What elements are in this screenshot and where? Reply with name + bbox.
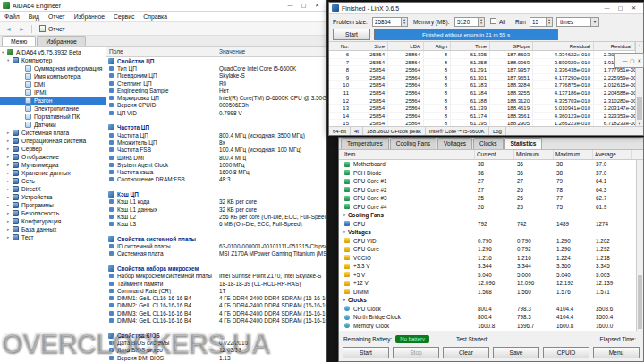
tree-item[interactable]: ▸Устройства	[0, 193, 106, 201]
grid-column-header[interactable]: Residual (norm.)	[594, 42, 635, 50]
tree-item[interactable]: ▸Отображение	[0, 153, 106, 161]
maximize-icon[interactable]: ▢	[630, 58, 634, 63]
grid-column-header[interactable]: Align	[424, 42, 451, 50]
times-dropdown[interactable]: times ▼	[556, 17, 599, 27]
stats-row[interactable]: CPU Core #325257762.7	[339, 194, 643, 203]
tree-item[interactable]: ▸Сеть	[0, 177, 106, 185]
list-row[interactable]: Дата BIOS видео12/03/13	[106, 347, 326, 354]
tree-item[interactable]: ▸Конфигурация	[0, 217, 106, 225]
spinner-arrows-icon[interactable]: ▲▼	[546, 18, 552, 26]
grid-column-header[interactable]: Time	[451, 42, 490, 50]
tab-favorites[interactable]: Избранное	[37, 36, 85, 46]
aida64-titlebar[interactable]: AIDA64 Engineer — ▢ ✕	[0, 0, 326, 12]
tree-item[interactable]: DMI	[0, 80, 106, 88]
linx-result-row[interactable]: 72585425864861.258188.09693.590929e-0101…	[329, 59, 643, 67]
list-row[interactable]: Дата BIOS системы07/22/2016	[106, 339, 326, 346]
list-row[interactable]: Частота FSB100.4 МГц (исходная: 100 МГц)	[106, 147, 326, 154]
list-row[interactable]: Кэш L36 МБ (On-Die, ECC, Full-Speed)	[106, 221, 326, 228]
list-row[interactable]: Соотношение DRAM:FSB48:3	[106, 176, 326, 183]
stats-row[interactable]: CPU79274214891274	[339, 220, 643, 229]
tree-item[interactable]: IPMI	[0, 88, 106, 97]
spinner-arrows-icon[interactable]: ▲▼	[478, 18, 484, 26]
stats-row[interactable]: North Bridge Clock800.4798.34104.43500.4	[339, 313, 643, 322]
minimize-icon[interactable]: —	[600, 3, 614, 14]
stats-row[interactable]: +5 V5.0405.0005.0405.003	[339, 271, 643, 280]
tree-item[interactable]: Имя компьютера	[0, 72, 106, 80]
tree-item[interactable]: ▸Программы	[0, 201, 106, 209]
memory-spinner[interactable]: 5120 ▲▼	[454, 17, 485, 27]
tree-item[interactable]: Суммарная информация	[0, 64, 106, 72]
column-header-item[interactable]: Item	[339, 150, 475, 159]
stats-row[interactable]: VCCIO1.2161.2161.2241.218	[339, 254, 643, 263]
linx-result-row[interactable]: 142585425864861.174188.35614.360123e-010…	[329, 113, 643, 121]
tab-clocks[interactable]: Clocks	[473, 138, 504, 149]
tree-item[interactable]: Портативный ПК	[0, 113, 106, 121]
close-icon[interactable]: ✕	[637, 58, 641, 63]
list-row[interactable]: Набор микросхем системной платыIntel Sun…	[106, 273, 326, 280]
tree-item[interactable]: Разгон	[0, 97, 106, 105]
linx-result-row[interactable]: 132585425864861.139188.46196.010941e-010…	[329, 105, 643, 113]
list-row[interactable]: Версия DMI BIOS1.13	[106, 354, 326, 361]
tree-item[interactable]: ▾AIDA64 v5.75.3932 Beta	[0, 48, 106, 56]
linx-result-row[interactable]: 62585425864861.335187.86034.334622e-0102…	[329, 51, 643, 59]
column-header-value[interactable]: Значение	[216, 47, 326, 56]
stats-group-row[interactable]: ▾Voltages	[339, 228, 643, 237]
column-header-current[interactable]: Current	[475, 150, 514, 159]
linx-result-row[interactable]: 102585425864861.183188.32843.776875e-010…	[329, 81, 643, 89]
list-row[interactable]: Версия CPUID000506E3h	[106, 102, 326, 109]
column-header-field[interactable]: Поле	[106, 47, 216, 56]
menu-item[interactable]: Сервис	[109, 12, 139, 22]
linx-titlebar[interactable]: Finished - LinX 0.6.5 — ▢ ✕	[329, 3, 643, 14]
list-row[interactable]: DIMM1: GeIL CL16-16-16 B44 ГБ DDR4-2400 …	[106, 295, 326, 302]
menu-item[interactable]: Файл	[0, 12, 24, 22]
menu-button[interactable]: Menu	[593, 347, 640, 358]
tree-item[interactable]: ▸Безопасность	[0, 209, 106, 217]
grid-column-header[interactable]: GFlops	[490, 42, 533, 50]
column-header-minimum[interactable]: Minimum	[514, 150, 554, 159]
list-row[interactable]: Кэш L1 данных32 КБ per core	[106, 206, 326, 213]
list-row[interactable]: Системная платаMSI Z170A MPower Gaming T…	[106, 250, 326, 257]
linx-start-button[interactable]: Start	[333, 29, 370, 40]
stats-row[interactable]: CPU VID0.7900.7901.2901.202	[339, 237, 643, 246]
list-row[interactable]: Маркировка ЦПIntel(R) Core(TM) i5-6600K …	[106, 94, 326, 101]
list-row[interactable]: DIMM2: GeIL CL16-16-16 B44 ГБ DDR4-2400 …	[106, 302, 326, 309]
list-row[interactable]: Тип ЦПQuadCore Intel Core i5-6600K	[106, 64, 326, 72]
stop-button[interactable]: Stop	[393, 347, 439, 358]
tree-item[interactable]: ▸Операционная система	[0, 137, 106, 145]
clear-button[interactable]: Clear	[443, 347, 489, 358]
tab-cooling-fans[interactable]: Cooling Fans	[390, 138, 436, 149]
report-button[interactable]: Отчет	[36, 24, 69, 33]
stats-row[interactable]: +12 V12.09612.09612.19212.139	[339, 279, 643, 288]
list-row[interactable]: Частота кэша1600.8 МГц	[106, 168, 326, 175]
grid-column-header[interactable]: Residual	[533, 42, 594, 50]
collapse-arrow-icon[interactable]: ▾	[341, 230, 348, 234]
stats-row[interactable]: CPU Core #227267864.3	[339, 186, 643, 195]
tab-voltages[interactable]: Voltages	[437, 138, 472, 149]
list-row[interactable]: Множитель ЦП8x	[106, 139, 326, 146]
collapse-arrow-icon[interactable]: ▾	[341, 213, 348, 217]
list-row[interactable]: Кэш L1 кода32 КБ per core	[106, 198, 326, 206]
grid-column-header[interactable]: No.	[329, 42, 352, 50]
list-row[interactable]: Command Rate (CR)1T	[106, 287, 326, 294]
tab-statistics[interactable]: Statistics	[504, 138, 543, 149]
menu-item[interactable]: Избранное	[70, 12, 109, 22]
back-icon[interactable]: ◄	[3, 26, 14, 32]
stats-row[interactable]: CPU Core1.2960.7921.2961.292	[339, 245, 643, 254]
linx-result-row[interactable]: 82585425864861.291187.99573.336438e-0101…	[329, 66, 643, 74]
minimize-icon[interactable]: —	[284, 0, 297, 12]
linx-result-row[interactable]: 92585425864861.301187.96514.177290e-0102…	[329, 74, 643, 82]
tree-item[interactable]: ▸Тест	[0, 233, 106, 241]
list-row[interactable]: System Agent Clock1000 МГц	[106, 161, 326, 168]
column-header-average[interactable]: Average	[593, 150, 632, 159]
tree-item[interactable]: ▸Мультимедиа	[0, 161, 106, 169]
stats-row[interactable]: PCH Diode36363837.0	[339, 169, 643, 178]
close-icon[interactable]: ✕	[627, 3, 640, 14]
stats-row[interactable]: CPU Core #127277964.1	[339, 177, 643, 186]
stats-row[interactable]: CPU Core #426257561.9	[339, 203, 643, 212]
list-row[interactable]: ID системной платы63-0100-000001-0010111…	[106, 242, 326, 249]
column-header-maximum[interactable]: Maximum	[554, 150, 593, 159]
list-row[interactable]: DIMM3: GeIL CL16-16-16 B44 ГБ DDR4-2400 …	[106, 309, 326, 316]
list-row[interactable]: Степпинг ЦПR0	[106, 80, 326, 87]
run-count-spinner[interactable]: 15 ▲▼	[530, 17, 553, 27]
list-row[interactable]: Частота ЦП800.4 МГц (исходная: 3500 МГц)	[106, 131, 326, 139]
